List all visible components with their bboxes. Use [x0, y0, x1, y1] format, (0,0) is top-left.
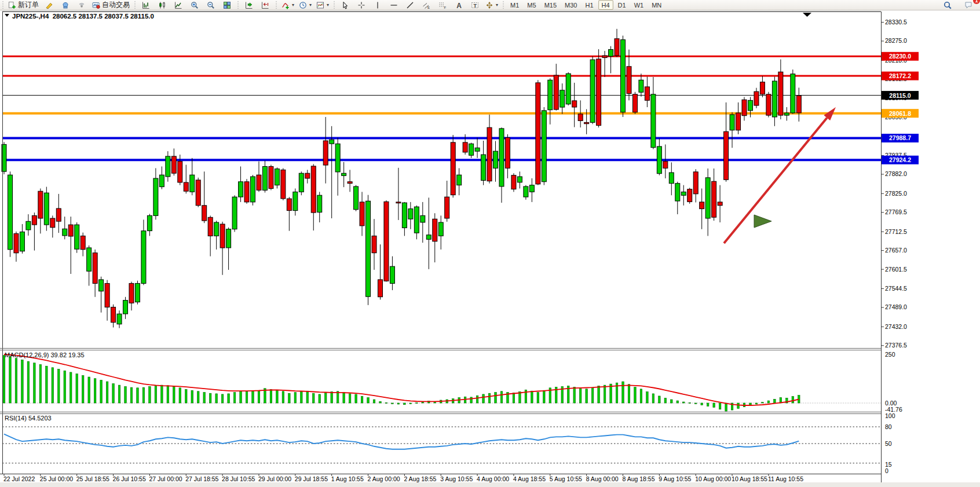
- auto-scroll-button[interactable]: [242, 0, 257, 10]
- chart-shift-button[interactable]: [258, 0, 273, 10]
- template-icon: [316, 1, 324, 9]
- candle: [632, 94, 637, 112]
- timeframe-mn-button[interactable]: MN: [648, 0, 665, 10]
- tile-windows-button[interactable]: [220, 0, 235, 10]
- candle: [117, 314, 122, 324]
- candle: [56, 208, 61, 221]
- candle: [572, 101, 577, 107]
- candle: [159, 175, 164, 187]
- svg-text:80: 80: [885, 423, 892, 430]
- auto-trading-button[interactable]: 自动交易: [90, 0, 131, 10]
- candle: [32, 215, 36, 225]
- candle: [366, 201, 371, 296]
- candle-chart-button[interactable]: [155, 0, 170, 10]
- price-chart[interactable]: MACD(12,26,9) 39.82 19.35RSI(14) 54.5203…: [0, 10, 980, 487]
- zoom-out-button[interactable]: [203, 0, 218, 10]
- fibonacci-tool[interactable]: F: [435, 0, 450, 10]
- dropdown-arrow-icon[interactable]: ▾: [292, 2, 294, 8]
- trendline-tool[interactable]: [403, 0, 418, 10]
- timeframe-h4-button[interactable]: H4: [598, 0, 613, 10]
- timeframe-m15-button[interactable]: M15: [541, 0, 560, 10]
- dropdown-arrow-icon[interactable]: ▾: [496, 2, 498, 8]
- new-order-button-label: 新订单: [18, 0, 39, 10]
- arrows-tool[interactable]: ▾: [484, 0, 500, 10]
- timeframe-m5-button[interactable]: M5: [524, 0, 539, 10]
- svg-text:27882.0: 27882.0: [885, 170, 907, 177]
- candle: [50, 218, 55, 228]
- svg-text:50: 50: [885, 440, 892, 447]
- dropdown-arrow-icon[interactable]: ▾: [327, 2, 329, 8]
- cursor-tool[interactable]: [338, 0, 353, 10]
- candle: [311, 166, 316, 213]
- timeframe-h1-button[interactable]: H1: [582, 0, 597, 10]
- svg-text:3 Aug 10:55: 3 Aug 10:55: [440, 475, 473, 482]
- bar-chart-button[interactable]: [138, 0, 153, 10]
- svg-text:27 Jul 18:55: 27 Jul 18:55: [185, 475, 218, 482]
- candle: [202, 206, 207, 221]
- candle: [499, 129, 504, 186]
- candle: [712, 181, 716, 217]
- chart-line-icon: [174, 1, 182, 9]
- label-tool[interactable]: T: [467, 0, 482, 10]
- candle: [438, 222, 443, 236]
- price-axis[interactable]: 28330.528275.028218.028162.528107.028050…: [881, 19, 919, 474]
- signals-button[interactable]: [74, 0, 89, 10]
- time-axis[interactable]: 22 Jul 202225 Jul 00:0025 Jul 18:5526 Ju…: [3, 474, 803, 482]
- timeframe-d1-button[interactable]: D1: [615, 0, 630, 10]
- zoom-in-button[interactable]: [187, 0, 202, 10]
- candle: [542, 111, 546, 182]
- search-button[interactable]: [940, 0, 955, 10]
- svg-text:0: 0: [885, 467, 888, 474]
- new-order-button[interactable]: 新订单: [6, 0, 41, 10]
- chart-window[interactable]: MACD(12,26,9) 39.82 19.35RSI(14) 54.5203…: [0, 10, 980, 487]
- svg-text:27924.2: 27924.2: [889, 156, 911, 163]
- svg-text:22 Jul 2022: 22 Jul 2022: [3, 475, 35, 482]
- line-chart-button[interactable]: [171, 0, 186, 10]
- candle: [645, 87, 649, 100]
- candle: [766, 94, 771, 115]
- candle: [63, 229, 67, 236]
- trend-icon: [406, 1, 414, 9]
- candle: [408, 209, 413, 219]
- periods-button[interactable]: ▾: [297, 0, 313, 10]
- candle: [524, 186, 528, 197]
- search-icon: [944, 1, 952, 9]
- vertical-line-tool[interactable]: [370, 0, 385, 10]
- candle: [275, 169, 279, 185]
- candle: [269, 167, 273, 189]
- candle: [262, 167, 267, 191]
- timeframe-m1-button[interactable]: M1: [507, 0, 522, 10]
- candle: [760, 82, 765, 94]
- svg-text:27432.0: 27432.0: [885, 323, 907, 330]
- dropdown-arrow-icon[interactable]: ▾: [309, 2, 312, 8]
- styler-button[interactable]: [42, 0, 57, 10]
- green-arrowhead[interactable]: [754, 215, 771, 228]
- indicators-button[interactable]: ▾: [280, 0, 296, 10]
- depth-button[interactable]: [58, 0, 73, 10]
- horizontal-line-tool[interactable]: [386, 0, 401, 10]
- svg-text:27376.5: 27376.5: [885, 342, 907, 349]
- svg-text:25 Jul 00:00: 25 Jul 00:00: [40, 475, 73, 482]
- timeframe-w1-button[interactable]: W1: [631, 0, 648, 10]
- svg-text:28 Jul 10:55: 28 Jul 10:55: [222, 475, 255, 482]
- candle: [330, 140, 334, 144]
- candle: [433, 219, 437, 241]
- candle: [414, 207, 419, 233]
- channel-tool[interactable]: E: [419, 0, 434, 10]
- text-tool[interactable]: A: [451, 0, 466, 10]
- templates-button[interactable]: ▾: [315, 0, 331, 10]
- chat-icon: [964, 1, 972, 9]
- candle: [705, 178, 710, 218]
- autotrade-icon: [92, 1, 100, 9]
- svg-text:8 Aug 00:00: 8 Aug 00:00: [586, 475, 619, 482]
- crosshair-tool[interactable]: [354, 0, 369, 10]
- symbol-dropdown-icon[interactable]: [5, 14, 9, 17]
- candle: [135, 283, 140, 302]
- clock-icon: [299, 1, 307, 9]
- candle: [372, 236, 376, 252]
- candle: [621, 40, 626, 112]
- candle: [772, 81, 777, 117]
- candle: [226, 229, 231, 248]
- timeframe-m30-button[interactable]: M30: [561, 0, 580, 10]
- candle: [688, 189, 692, 202]
